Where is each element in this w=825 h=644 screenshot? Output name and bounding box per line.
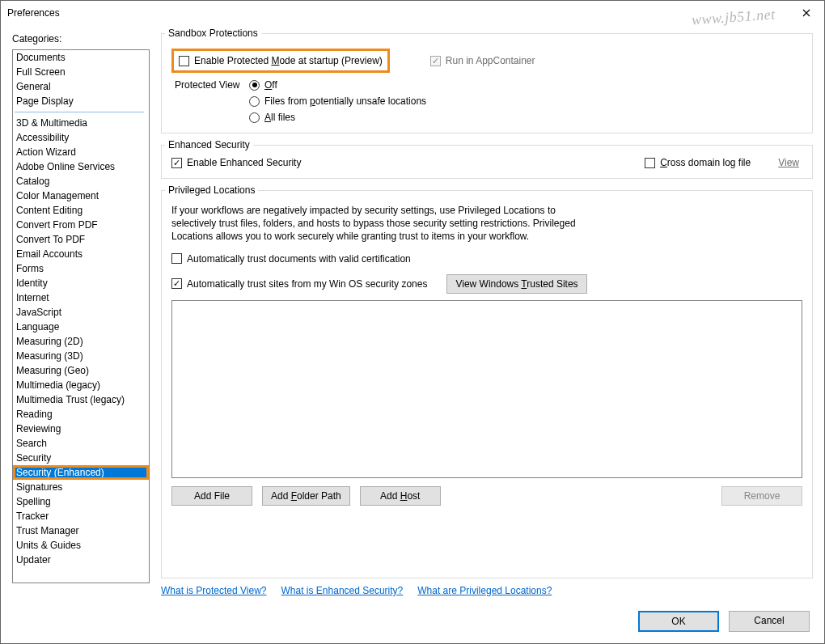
auto-zones-row[interactable]: Automatically trust sites from my Win OS… — [171, 278, 427, 290]
auto-cert-checkbox[interactable] — [171, 253, 182, 264]
cross-domain-row[interactable]: Cross domain log file — [645, 157, 751, 168]
protected-view-label: Protected View — [171, 79, 243, 123]
category-item-selected[interactable]: Security (Enhanced) — [13, 465, 149, 480]
category-item[interactable]: Multimedia (legacy) — [13, 378, 149, 392]
category-item[interactable]: Signatures — [13, 480, 149, 494]
privileged-legend: Privileged Locations — [165, 184, 258, 196]
category-item[interactable]: Accessibility — [13, 130, 149, 145]
category-item[interactable]: Page Display — [13, 94, 149, 108]
category-item[interactable]: Internet — [13, 290, 149, 305]
category-divider — [15, 112, 144, 112]
pv-off-radio[interactable] — [249, 80, 260, 91]
category-item[interactable]: Documents — [13, 50, 149, 65]
enhanced-security-legend: Enhanced Security — [165, 139, 253, 150]
category-item[interactable]: Measuring (2D) — [13, 334, 149, 349]
category-item[interactable]: Multimedia Trust (legacy) — [13, 392, 149, 407]
category-item[interactable]: Full Screen — [13, 65, 149, 79]
category-item[interactable]: JavaScript — [13, 305, 149, 320]
add-folder-path-button[interactable]: Add Folder Path — [262, 486, 350, 506]
pv-off-row[interactable]: Off — [249, 79, 426, 91]
enable-enhanced-row[interactable]: Enable Enhanced Security — [171, 157, 301, 168]
auto-cert-label: Automatically trust documents with valid… — [187, 253, 411, 265]
help-protected-view-link[interactable]: What is Protected View? — [161, 585, 267, 596]
appcontainer-checkbox — [430, 56, 441, 66]
category-item[interactable]: Spelling — [13, 494, 149, 509]
cancel-button[interactable]: Cancel — [729, 611, 810, 632]
protected-mode-highlight: Enable Protected Mode at startup (Previe… — [171, 49, 390, 73]
categories-list[interactable]: DocumentsFull ScreenGeneralPage Display3… — [12, 49, 150, 583]
cross-domain-checkbox[interactable] — [645, 158, 655, 168]
privileged-description: If your workflows are negatively impacte… — [171, 204, 576, 244]
pv-off-label: Off — [264, 79, 277, 91]
category-item[interactable]: Color Management — [13, 189, 149, 203]
titlebar: Preferences — [1, 1, 824, 25]
category-item[interactable]: Content Editing — [13, 203, 149, 218]
cross-domain-label: Cross domain log file — [660, 157, 751, 168]
category-item[interactable]: General — [13, 79, 149, 94]
sandbox-group: Sandbox Protections Enable Protected Mod… — [161, 33, 813, 133]
category-item[interactable]: Reviewing — [13, 422, 149, 436]
category-item[interactable]: Trust Manager — [13, 523, 149, 538]
privileged-listbox[interactable] — [171, 300, 802, 478]
privileged-locations-group: Privileged Locations If your workflows a… — [161, 190, 813, 578]
auto-zones-label: Automatically trust sites from my Win OS… — [187, 278, 427, 290]
category-item[interactable]: Identity — [13, 276, 149, 290]
ok-button[interactable]: OK — [638, 611, 719, 632]
category-item[interactable]: 3D & Multimedia — [13, 116, 149, 130]
pv-all-row[interactable]: All files — [249, 112, 426, 123]
category-item[interactable]: Updater — [13, 553, 149, 567]
category-item[interactable]: Forms — [13, 261, 149, 276]
category-item[interactable]: Language — [13, 320, 149, 334]
category-item[interactable]: Email Accounts — [13, 247, 149, 261]
protected-mode-label: Enable Protected Mode at startup (Previe… — [194, 55, 383, 66]
appcontainer-label: Run in AppContainer — [446, 55, 535, 66]
category-item[interactable]: Units & Guides — [13, 538, 149, 553]
enhanced-security-group: Enhanced Security Enable Enhanced Securi… — [161, 145, 813, 179]
enable-enhanced-label: Enable Enhanced Security — [187, 157, 301, 168]
pv-unsafe-label: Files from potentially unsafe locations — [264, 95, 426, 107]
category-item[interactable]: Reading — [13, 407, 149, 422]
sandbox-legend: Sandbox Protections — [165, 28, 261, 39]
auto-zones-checkbox[interactable] — [171, 278, 182, 289]
pv-unsafe-row[interactable]: Files from potentially unsafe locations — [249, 95, 426, 107]
help-enhanced-security-link[interactable]: What is Enhanced Security? — [281, 585, 404, 596]
category-item[interactable]: Action Wizard — [13, 145, 149, 159]
category-item[interactable]: Measuring (Geo) — [13, 363, 149, 378]
add-host-button[interactable]: Add Host — [360, 486, 441, 506]
categories-label: Categories: — [12, 33, 150, 44]
add-file-button[interactable]: Add File — [171, 486, 252, 506]
protected-mode-checkbox[interactable] — [179, 56, 189, 66]
pv-all-label: All files — [264, 112, 295, 123]
category-item[interactable]: Search — [13, 436, 149, 451]
category-item[interactable]: Security — [13, 451, 149, 465]
enable-enhanced-checkbox[interactable] — [171, 158, 182, 168]
view-trusted-sites-button[interactable]: View Windows Trusted Sites — [446, 274, 586, 294]
appcontainer-row: Run in AppContainer — [430, 55, 535, 66]
category-item[interactable]: Catalog — [13, 174, 149, 189]
pv-all-radio[interactable] — [249, 112, 260, 123]
view-log-link[interactable]: View — [775, 157, 802, 168]
help-privileged-locations-link[interactable]: What are Privileged Locations? — [417, 585, 552, 596]
category-item[interactable]: Tracker — [13, 509, 149, 523]
auto-cert-row[interactable]: Automatically trust documents with valid… — [171, 253, 802, 265]
remove-button: Remove — [721, 486, 802, 506]
category-item[interactable]: Measuring (3D) — [13, 349, 149, 363]
close-button[interactable] — [788, 1, 824, 25]
category-item[interactable]: Convert To PDF — [13, 232, 149, 247]
window-title: Preferences — [7, 7, 60, 19]
category-item[interactable]: Convert From PDF — [13, 218, 149, 232]
category-item[interactable]: Adobe Online Services — [13, 159, 149, 174]
pv-unsafe-radio[interactable] — [249, 96, 260, 107]
